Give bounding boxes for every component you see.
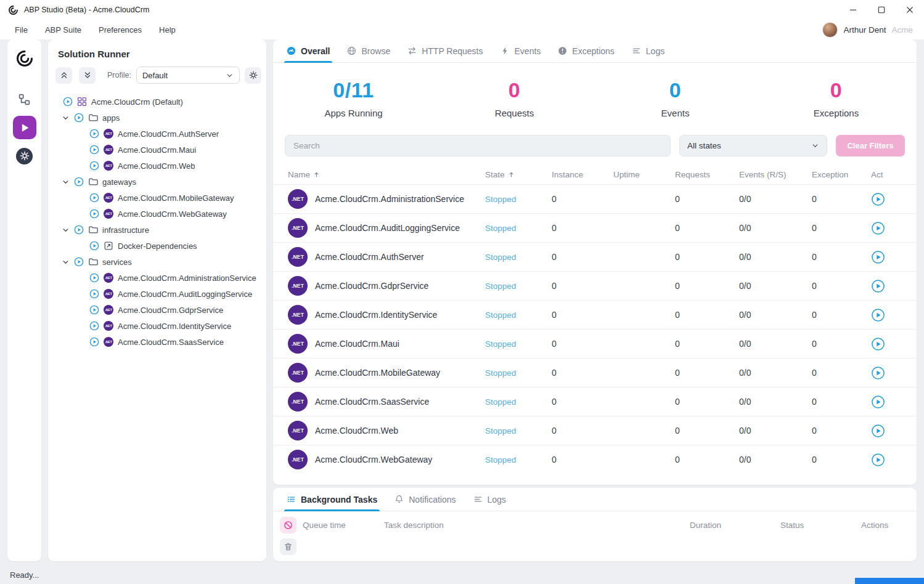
state-cell: Stopped	[485, 339, 552, 349]
tree-item-acme-cloudcrm-identityservice[interactable]: .NETAcme.CloudCrm.IdentityService	[48, 318, 266, 334]
column-header-events-r-s[interactable]: Events (R/S)	[739, 170, 812, 179]
tab-logs[interactable]: Logs	[465, 488, 515, 511]
chevron-down-icon[interactable]	[62, 114, 70, 122]
solution-runner-button[interactable]	[13, 116, 36, 139]
profile-settings-button[interactable]	[245, 67, 261, 84]
start-app-button[interactable]	[871, 337, 885, 351]
start-app-button[interactable]	[871, 250, 885, 264]
tab-browse[interactable]: Browse	[338, 39, 399, 62]
table-row[interactable]: .NETAcme.CloudCrm.IdentityServiceStopped…	[273, 300, 917, 329]
state-filter-dropdown[interactable]: All states	[679, 135, 827, 156]
menu-item-file[interactable]: File	[15, 25, 28, 34]
tab-notifications[interactable]: Notifications	[386, 488, 464, 511]
solution-explorer-button[interactable]	[13, 87, 36, 111]
tree-item-acme-cloudcrm-saasservice[interactable]: .NETAcme.CloudCrm.SaasService	[48, 334, 266, 350]
clear-filters-button[interactable]: Clear Filters	[836, 135, 905, 156]
play-circle-icon[interactable]	[89, 289, 99, 299]
profile-dropdown[interactable]: Default	[136, 67, 240, 84]
maximize-button[interactable]	[867, 0, 896, 20]
clear-tasks-button[interactable]	[280, 538, 296, 555]
play-circle-icon[interactable]	[74, 113, 84, 123]
tree-item-acme-cloudcrm-maui[interactable]: .NETAcme.CloudCrm.Maui	[48, 142, 266, 158]
tree-item-docker-dependencies[interactable]: Docker-Dependencies	[48, 238, 266, 254]
table-row[interactable]: .NETAcme.CloudCrm.AuditLoggingServiceSto…	[273, 213, 917, 242]
table-row[interactable]: .NETAcme.CloudCrm.MauiStopped000/00	[273, 329, 917, 358]
tab-logs[interactable]: Logs	[623, 39, 673, 62]
user-chip[interactable]: Arthur Dent Acme	[822, 22, 913, 38]
tab-http-requests[interactable]: HTTP Requests	[399, 39, 491, 62]
column-header-uptime[interactable]: Uptime	[613, 170, 675, 179]
column-header-instance[interactable]: Instance	[552, 170, 613, 179]
play-circle-icon[interactable]	[89, 129, 99, 139]
play-circle-icon[interactable]	[89, 241, 99, 251]
table-row[interactable]: .NETAcme.CloudCrm.MobileGatewayStopped00…	[273, 358, 917, 387]
start-app-button[interactable]	[871, 395, 885, 409]
requests-cell: 0	[675, 339, 739, 349]
tree-item-gateways[interactable]: gateways	[48, 174, 266, 190]
tree-item-acme-cloudcrm-administrationservice[interactable]: .NETAcme.CloudCrm.AdministrationService	[48, 270, 266, 286]
collapse-all-button[interactable]	[55, 67, 72, 84]
tree-item-acme-cloudcrm-gdprservice[interactable]: .NETAcme.CloudCrm.GdprService	[48, 302, 266, 318]
column-header-exception[interactable]: Exception	[812, 170, 871, 179]
play-circle-icon[interactable]	[89, 161, 99, 171]
tab-events[interactable]: Events	[492, 39, 550, 62]
instance-cell: 0	[552, 368, 613, 378]
expand-all-button[interactable]	[79, 67, 96, 84]
play-circle-icon[interactable]	[89, 145, 99, 155]
main-tabs: OverallBrowseHTTP RequestsEventsExceptio…	[273, 39, 917, 63]
search-input[interactable]	[285, 135, 671, 156]
menu-item-abp-suite[interactable]: ABP Suite	[45, 25, 81, 34]
tree-item-infrastructure[interactable]: infrastructure	[48, 222, 266, 238]
dotnet-icon: .NET	[104, 337, 113, 347]
minimize-button[interactable]	[839, 0, 867, 20]
tree-item-acme-cloudcrm-default[interactable]: Acme.CloudCrm (Default)	[48, 94, 266, 110]
menu-item-preferences[interactable]: Preferences	[99, 25, 142, 34]
column-header-state[interactable]: State	[485, 170, 552, 179]
play-circle-icon[interactable]	[89, 305, 99, 315]
tab-exceptions[interactable]: Exceptions	[549, 39, 623, 62]
chevron-down-icon[interactable]	[62, 258, 70, 266]
column-header-requests[interactable]: Requests	[675, 170, 739, 179]
close-button[interactable]	[896, 0, 924, 20]
play-circle-icon[interactable]	[89, 321, 99, 331]
tab-overall[interactable]: Overall	[278, 39, 338, 62]
play-circle-icon[interactable]	[63, 97, 73, 107]
start-app-button[interactable]	[871, 424, 885, 438]
play-circle-icon[interactable]	[89, 193, 99, 203]
play-circle-icon[interactable]	[89, 209, 99, 219]
table-row[interactable]: .NETAcme.CloudCrm.WebStopped000/00	[273, 416, 917, 445]
table-row[interactable]: .NETAcme.CloudCrm.AuthServerStopped000/0…	[273, 242, 917, 271]
menu-items: FileABP SuitePreferencesHelp	[15, 25, 176, 34]
tree-item-acme-cloudcrm-webgateway[interactable]: .NETAcme.CloudCrm.WebGateway	[48, 206, 266, 222]
cancel-tasks-button[interactable]	[280, 517, 296, 533]
start-app-button[interactable]	[871, 366, 885, 380]
menu-item-help[interactable]: Help	[159, 25, 176, 34]
chevron-down-icon[interactable]	[62, 178, 70, 186]
tree-item-acme-cloudcrm-auditloggingservice[interactable]: .NETAcme.CloudCrm.AuditLoggingService	[48, 286, 266, 302]
settings-button[interactable]	[13, 144, 36, 168]
tree-item-apps[interactable]: apps	[48, 110, 266, 126]
start-app-button[interactable]	[871, 453, 885, 467]
state-filter-value: All states	[687, 141, 721, 150]
tree-item-acme-cloudcrm-web[interactable]: .NETAcme.CloudCrm.Web	[48, 158, 266, 174]
column-header-name[interactable]: Name	[288, 170, 485, 179]
start-app-button[interactable]	[871, 221, 885, 235]
tab-background-tasks[interactable]: Background Tasks	[278, 488, 386, 511]
play-circle-icon[interactable]	[74, 225, 84, 235]
tree-item-services[interactable]: services	[48, 254, 266, 270]
start-app-button[interactable]	[871, 192, 885, 206]
play-circle-icon[interactable]	[89, 273, 99, 283]
start-app-button[interactable]	[871, 308, 885, 322]
tree-item-acme-cloudcrm-authserver[interactable]: .NETAcme.CloudCrm.AuthServer	[48, 126, 266, 142]
table-row[interactable]: .NETAcme.CloudCrm.WebGatewayStopped000/0…	[273, 445, 917, 474]
table-row[interactable]: .NETAcme.CloudCrm.SaasServiceStopped000/…	[273, 387, 917, 416]
table-row[interactable]: .NETAcme.CloudCrm.GdprServiceStopped000/…	[273, 271, 917, 300]
table-row[interactable]: .NETAcme.CloudCrm.AdministrationServiceS…	[273, 184, 917, 213]
column-header-act[interactable]: Act	[871, 170, 908, 179]
play-circle-icon[interactable]	[74, 177, 84, 187]
chevron-down-icon[interactable]	[62, 226, 70, 234]
play-circle-icon[interactable]	[89, 337, 99, 347]
start-app-button[interactable]	[871, 279, 885, 293]
play-circle-icon[interactable]	[74, 257, 84, 267]
tree-item-acme-cloudcrm-mobilegateway[interactable]: .NETAcme.CloudCrm.MobileGateway	[48, 190, 266, 206]
